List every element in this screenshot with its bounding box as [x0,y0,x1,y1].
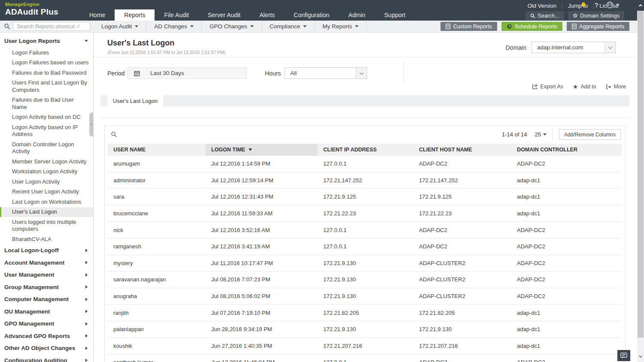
more-button[interactable]: More [606,84,626,90]
sidebar-section-label: OU Management [4,308,50,315]
export-as-button[interactable]: Export As [532,84,563,90]
sidebar-section-computer-management[interactable]: Computer Management [0,293,93,306]
sidebar-item-last-logon-on-workstations[interactable]: Last Logon on Workstations [0,197,93,207]
help-icon[interactable]: ? [591,1,602,9]
scroll-up-arrow[interactable] [637,0,644,11]
vertical-scrollbar[interactable] [637,0,644,362]
cell-logon-time: Jun 28,2016 9:34:19 PM [206,321,318,338]
column-header-client-ip-address[interactable]: CLIENT IP ADDRESS [318,144,413,156]
sidebar-section-label: Local Logon-Logoff [4,247,59,253]
table-row[interactable]: arumugamJul 12,2016 1:14:59 PM127.0.0.1A… [108,156,622,172]
cell-logon-time: Jul 12,2016 12:59:14 PM [206,172,318,189]
table-row[interactable]: nickJul 12,2016 3:52:16 AM127.0.0.1ADAP-… [108,222,622,238]
sidebar-item-user-logon-activity[interactable]: User Logon Activity [0,177,93,187]
sidebar-item-user-s-last-logon[interactable]: User's Last Logon [0,207,93,217]
table-row[interactable]: mysteryJul 11,2016 10:17:47 PM172.21.9.1… [108,255,622,272]
table-row[interactable]: koushikJun 27,2016 1:40:35 PM172.21.207.… [108,338,622,355]
notifications-bell-icon[interactable] [576,2,591,9]
sidebar-item-member-server-logon-activity[interactable]: Member Server Logon Activity [0,157,93,167]
cell-user-name: ranjith [108,305,206,321]
table-row[interactable]: palaniappanJun 28,2016 9:34:19 PM172.21.… [108,321,622,338]
pagination-divider [553,130,553,140]
page-size-select[interactable]: 25 [535,131,546,138]
nav-tab-admin[interactable]: Admin [339,9,375,21]
report-doc-icon [446,24,450,29]
sidebar-item-failures-due-to-bad-password[interactable]: Failures due to Bad Password [0,68,93,78]
sidebar-item-users-logged-into-multiple-computers[interactable]: Users logged into multiple computers [0,217,93,234]
period-picker[interactable]: Last 30 Days [128,67,247,79]
scrollbar-thumb[interactable] [638,11,644,338]
sidebar-item-domain-controller-logon-activity[interactable]: Domain Controller Logon Activity [0,139,93,157]
menu-my-reports[interactable]: My Reports [315,21,367,32]
sidebar-section-gpo-management[interactable]: GPO Management [0,318,93,330]
search-icon [530,13,535,18]
nav-tab-configuration[interactable]: Configuration [284,9,339,21]
table-row[interactable]: santhosh.kumarJun 12,2016 11:46:04 PM127… [108,354,622,362]
table-row[interactable]: brucemcclaneJul 12,2016 11:59:33 AM172.2… [108,205,622,222]
menu-logon-audit[interactable]: Logon Audit [94,21,146,32]
custom-reports-button[interactable]: Custom Reports [440,22,497,31]
global-search-button[interactable]: Search... [526,11,564,20]
nav-tab-file-audit[interactable]: File Audit [155,9,198,21]
sidebar-item-bharathcv-ala[interactable]: BharathCV-ALA [0,234,93,244]
sidebar-section-user-management[interactable]: User Management [0,269,93,281]
column-header-domain-controller[interactable]: DOMAIN CONTROLLER [511,144,622,156]
sidebar-section-other-ad-object-changes[interactable]: Other AD Object Changes [0,342,93,355]
column-header-client-host-name[interactable]: CLIENT HOST NAME [413,144,511,156]
hours-label: Hours [265,70,281,77]
domain-settings-button[interactable]: ⚙ Domain Settings [568,11,624,20]
table-row[interactable]: saraJul 12,2016 12:31:43 PM172.21.9.1251… [108,189,622,205]
sidebar-item-recent-user-logon-activity[interactable]: Recent User Logon Activity [0,187,93,197]
nav-tab-alerts[interactable]: Alerts [250,9,284,21]
sidebar-section-advanced-gpo-reports[interactable]: Advanced GPO Reports [0,330,93,342]
sidebar-section-local-logon-logoff[interactable]: Local Logon-Logoff [0,244,93,257]
nav-tab-home[interactable]: Home [80,9,115,21]
sidebar-section-configuration-auditing[interactable]: Configuration Auditing [0,354,93,362]
sidebar-section-user-logon-reports[interactable]: User Logon Reports [0,33,93,48]
user-account-menu[interactable] [602,1,623,9]
sidebar-item-logon-failures-based-on-users[interactable]: Logon Failures based on users [0,58,93,68]
menu-compliance[interactable]: Compliance [262,21,315,32]
nav-tab-support[interactable]: Support [375,9,415,21]
schedule-reports-button[interactable]: Schedule Reports [501,22,562,31]
sidebar-item-logon-activity-based-on-dc[interactable]: Logon Activity based on DC [0,112,93,123]
pagination: 1-14 of 14 25 Add/Remove Columns [502,129,621,140]
table-row[interactable]: administratorJul 12,2016 12:59:14 PM172.… [108,172,622,189]
add-remove-columns-button[interactable]: Add/Remove Columns [559,129,621,140]
column-header-user-name[interactable]: USER NAME [108,144,206,156]
sidebar-section-account-management[interactable]: Account Management [0,256,93,269]
sidebar-item-workstation-logon-activity[interactable]: Workstation Logon Activity [0,167,93,177]
sidebar-item-failures-due-to-bad-user-name[interactable]: Failures due to Bad User Name [0,95,93,112]
column-header-logon-time[interactable]: LOGON TIME [206,144,318,156]
table-row[interactable]: saravanan.nagarajanJul 08,2016 7:07:23 P… [108,272,622,288]
scroll-down-arrow[interactable] [637,353,644,360]
hours-select[interactable]: All [285,67,367,79]
cell-logon-time: Jun 12,2016 11:46:04 PM [206,354,318,362]
sidebar-collapse-handle[interactable] [89,112,93,136]
table-row[interactable]: anugrahaJul 08,2016 5:06:02 PM172.21.9.1… [108,288,622,305]
sidebar-section-group-management[interactable]: Group Management [0,281,93,293]
report-search-input[interactable] [13,22,90,31]
table-row[interactable]: ranjithJul 07,2016 7:19:10 PM172.21.82.2… [108,305,622,321]
domain-select[interactable]: adap.internal.com [532,42,616,53]
sidebar-section-ou-management[interactable]: OU Management [0,305,93,318]
cell-client-host-name: ADAP-CLUSTER2 [413,255,511,272]
table-row[interactable]: ramganeshJul 12,2016 3:41:19 AM127.0.0.1… [108,238,622,255]
more-icon [606,84,611,90]
sidebar-item-logon-failures[interactable]: Logon Failures [0,48,93,58]
add-to-button[interactable]: ★ Add to [573,84,596,90]
sidebar-item-users-first-and-last-logon-by-computers[interactable]: Users First and Last Logon By Computers [0,78,93,95]
sort-desc-icon [249,148,252,151]
aggregate-reports-button[interactable]: Aggregate Reports [567,22,629,31]
chat-widget-button[interactable] [617,350,630,361]
sidebar-item-logon-activity-based-on-ip-address[interactable]: Logon Activity based on IP Address [0,122,93,139]
table-search-icon[interactable] [111,131,117,138]
menu-ad-changes[interactable]: AD Changes [146,21,202,32]
nav-tab-server-audit[interactable]: Server Audit [198,9,250,21]
nav-tab-reports[interactable]: Reports [115,9,155,21]
chat-bubble-icon [620,353,627,359]
tab-users-last-logon[interactable]: User's Last Logon [107,95,163,106]
chevron-left-icon [91,123,93,126]
calendar-icon [128,70,145,76]
menu-gpo-changes[interactable]: GPO Changes [202,21,262,32]
